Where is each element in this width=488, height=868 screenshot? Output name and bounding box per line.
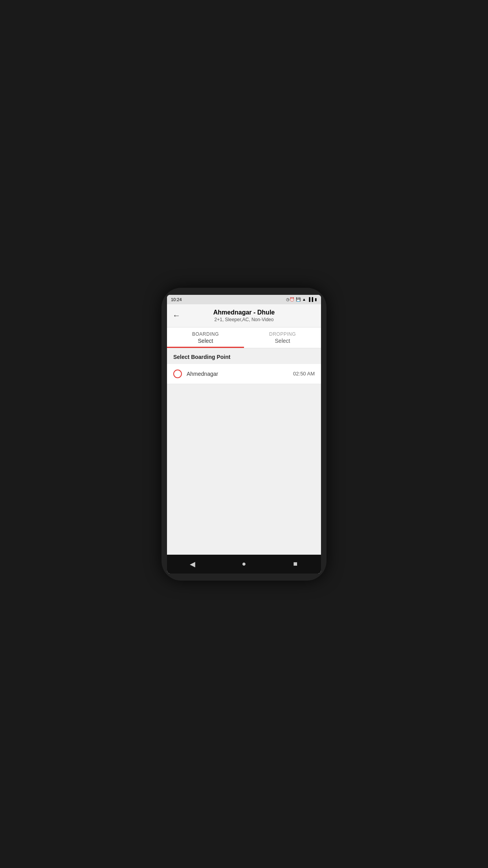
boarding-tab-value: Select <box>170 338 241 344</box>
page-subtitle: 2+1, Sleeper,AC, Non-Video <box>213 317 275 322</box>
page-title: Ahmednagar - Dhule <box>213 309 275 316</box>
back-button[interactable]: ← <box>172 311 180 320</box>
signal-icon: ▐▐ <box>308 297 313 302</box>
alarm-icon: ⏰ <box>286 297 294 302</box>
storage-icon: 💾 <box>296 297 301 302</box>
dropping-tab-label: DROPPING <box>247 331 318 337</box>
tab-dropping[interactable]: DROPPING Select <box>244 327 321 348</box>
stop-time: 02:50 AM <box>293 371 315 377</box>
nav-recent-button[interactable]: ■ <box>287 555 304 573</box>
status-time: 10:24 <box>171 297 182 302</box>
boarding-tab-label: BOARDING <box>170 331 241 337</box>
section-header: Select Boarding Point <box>167 348 321 364</box>
bottom-nav: ◀ ● ■ <box>167 555 321 574</box>
nav-back-button[interactable]: ◀ <box>184 555 201 573</box>
wifi-icon: ▲ <box>302 297 306 302</box>
header-title-block: Ahmednagar - Dhule 2+1, Sleeper,AC, Non-… <box>213 309 275 322</box>
stop-name: Ahmednagar <box>187 371 293 377</box>
tab-boarding[interactable]: BOARDING Select <box>167 327 244 348</box>
radio-button-ahmednagar[interactable] <box>173 370 182 378</box>
battery-icon: ▮ <box>315 297 317 302</box>
phone-screen: 10:24 ⏰ 💾 ▲ ▐▐ ▮ ← Ahmednagar - Dhule 2+… <box>167 295 321 574</box>
content-area: Select Boarding Point Ahmednagar 02:50 A… <box>167 348 321 555</box>
status-bar: 10:24 ⏰ 💾 ▲ ▐▐ ▮ <box>167 295 321 304</box>
status-icons: ⏰ 💾 ▲ ▐▐ ▮ <box>286 297 317 302</box>
header: ← Ahmednagar - Dhule 2+1, Sleeper,AC, No… <box>167 304 321 327</box>
list-item[interactable]: Ahmednagar 02:50 AM <box>167 364 321 384</box>
dropping-tab-value: Select <box>247 338 318 344</box>
section-title: Select Boarding Point <box>173 354 315 360</box>
nav-home-button[interactable]: ● <box>235 555 253 573</box>
tabs-container: BOARDING Select DROPPING Select <box>167 327 321 348</box>
phone-device: 10:24 ⏰ 💾 ▲ ▐▐ ▮ ← Ahmednagar - Dhule 2+… <box>161 288 327 581</box>
